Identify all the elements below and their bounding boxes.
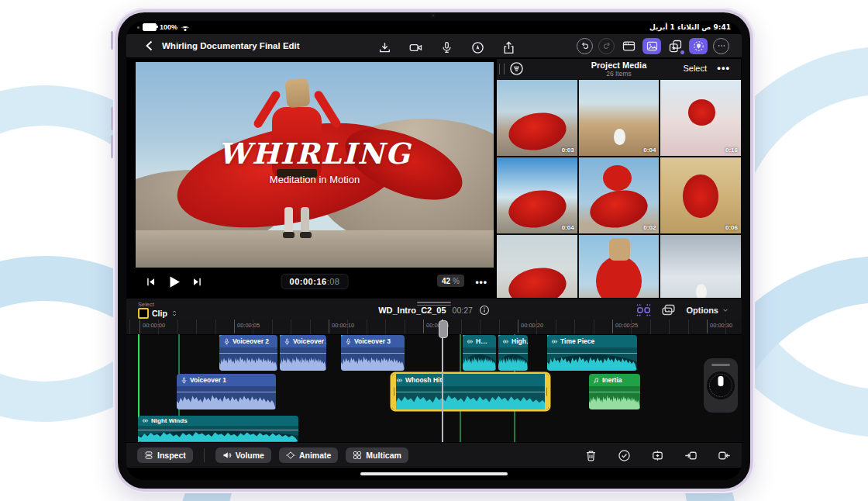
magnetic-timeline-icon[interactable] xyxy=(636,302,651,317)
media-thumbnail[interactable] xyxy=(579,235,660,298)
clip-header: Voiceover 2 xyxy=(219,335,277,347)
wave-icon xyxy=(467,338,474,345)
video-subtitle-overlay: Meditation in Motion xyxy=(136,174,494,185)
back-button[interactable] xyxy=(143,40,156,52)
inspect-button[interactable]: Inspect xyxy=(137,447,193,463)
playhead-handle[interactable] xyxy=(439,320,448,338)
thumb-dancer xyxy=(587,186,651,232)
mic-icon xyxy=(284,338,291,345)
timeline-clip[interactable]: Voiceover 1 xyxy=(177,374,276,409)
timeline-clip[interactable]: High… xyxy=(498,335,528,371)
dial-drag-handle[interactable] xyxy=(711,364,730,366)
timeline-clip[interactable]: Whoosh Hit xyxy=(392,374,549,409)
volume-line xyxy=(177,392,276,392)
multicam-button[interactable]: Multicam xyxy=(346,447,408,463)
wave-icon xyxy=(142,417,149,424)
overwrite-icon[interactable] xyxy=(718,449,731,462)
thumbnail-duration: 0:16 xyxy=(725,147,738,154)
media-thumbnail[interactable]: 0:03 xyxy=(497,80,577,156)
timeline-clip[interactable]: Time Piece xyxy=(547,335,637,371)
video-title-overlay: WHIRLING xyxy=(136,136,494,171)
volume-line xyxy=(589,392,640,392)
clip-header: Whoosh Hit xyxy=(392,374,549,386)
inspect-icon xyxy=(144,451,153,460)
media-thumbnail[interactable]: 0:06 xyxy=(660,157,741,233)
timeline-clip[interactable]: Voiceover 3 xyxy=(341,335,405,371)
media-thumbnail[interactable]: 0:16 xyxy=(660,80,741,156)
ruler-label: 00:00:20 xyxy=(521,322,543,329)
mic-icon[interactable] xyxy=(438,39,455,56)
media-thumbnail[interactable] xyxy=(660,235,741,298)
timeline-clip[interactable]: H… xyxy=(463,335,496,371)
wave-icon xyxy=(396,377,403,384)
more-icon[interactable] xyxy=(713,38,729,54)
top-toolbar: Whirling Documentary Final Edit xyxy=(126,34,742,58)
picture-in-picture-icon[interactable] xyxy=(661,302,676,317)
volume-icon xyxy=(222,451,232,460)
clip-waveform-area xyxy=(341,347,405,371)
timeline-clip[interactable]: Voiceover 2 xyxy=(280,335,326,371)
timeline: 00:00:0000:00:0500:00:1000:00:1500:00:20… xyxy=(126,320,742,442)
clip-header: Voiceover 1 xyxy=(177,374,276,386)
thumb-figure xyxy=(696,284,708,298)
waveform xyxy=(547,352,637,371)
trim-handle-left[interactable] xyxy=(392,374,396,409)
volume-button[interactable]: Volume xyxy=(215,447,271,463)
zoom-level-control[interactable]: 42% xyxy=(437,275,464,287)
volume-line xyxy=(392,392,549,392)
waveform xyxy=(463,352,496,371)
timeline-ruler[interactable]: 00:00:0000:00:0500:00:1000:00:1500:00:20… xyxy=(126,320,742,335)
animate-button[interactable]: Animate xyxy=(279,447,338,463)
status-bar: 100% 9:41 ص الثلاثاء 1 أبريل xyxy=(126,21,742,34)
media-thumbnail[interactable]: 0:04 xyxy=(497,157,577,233)
timeline-clip[interactable]: Inertia xyxy=(589,374,640,409)
skip-forward-button[interactable] xyxy=(191,276,203,288)
media-thumbnail[interactable] xyxy=(497,235,577,298)
timeline-clip[interactable]: Night Winds xyxy=(138,416,298,442)
media-thumbnail[interactable]: 0:02 xyxy=(579,157,660,233)
battery-icon xyxy=(143,23,157,31)
info-icon[interactable] xyxy=(479,305,490,316)
draw-icon[interactable] xyxy=(469,39,486,56)
transport-bar: 00:00:16:08 42% ••• xyxy=(136,268,494,298)
thumb-dancer xyxy=(683,174,718,219)
thumb-dancer xyxy=(505,186,569,232)
play-button[interactable] xyxy=(167,275,181,289)
timeline-clip[interactable]: Voiceover 2 xyxy=(219,335,277,371)
options-label: Options xyxy=(686,306,718,315)
redo-icon[interactable] xyxy=(598,38,615,54)
media-icon[interactable] xyxy=(642,38,661,54)
share-icon[interactable] xyxy=(500,39,517,56)
thumb-dancer xyxy=(596,256,641,298)
wave-icon xyxy=(551,338,558,345)
trim-handle-right[interactable] xyxy=(545,374,549,409)
insert-icon[interactable] xyxy=(684,449,698,462)
page-background: 100% 9:41 ص الثلاثاء 1 أبريل Whirling Do… xyxy=(0,0,868,501)
camera-icon[interactable] xyxy=(407,39,424,56)
approve-icon[interactable] xyxy=(618,449,631,462)
options-button[interactable]: Options xyxy=(686,306,729,315)
video-viewer[interactable]: WHIRLING Meditation in Motion xyxy=(136,62,494,268)
select-button[interactable]: Select xyxy=(683,64,707,73)
home-indicator[interactable] xyxy=(360,472,508,476)
media-thumbnail[interactable]: 0:04 xyxy=(579,80,660,156)
jog-dial[interactable] xyxy=(707,371,735,399)
timecode-display[interactable]: 00:00:16:08 xyxy=(281,274,349,289)
browser-icon[interactable] xyxy=(620,37,637,54)
import-icon[interactable] xyxy=(376,39,393,56)
ruler-label: 00:00:30 xyxy=(710,322,732,329)
volume-line xyxy=(547,353,637,354)
undo-icon[interactable] xyxy=(577,38,593,54)
thumb-figure xyxy=(614,129,625,146)
front-camera xyxy=(431,13,436,18)
trash-icon[interactable] xyxy=(584,449,598,462)
mask-icon[interactable] xyxy=(689,38,708,54)
ruler-label: 00:00:25 xyxy=(615,322,638,329)
clip-waveform-area xyxy=(138,426,298,442)
viewer-more-button[interactable]: ••• xyxy=(475,277,487,288)
thumbnail-duration: 0:06 xyxy=(725,224,738,231)
media-more-button[interactable]: ••• xyxy=(717,62,730,74)
skip-back-button[interactable] xyxy=(145,276,157,288)
effects-icon[interactable] xyxy=(666,37,684,54)
connect-icon[interactable] xyxy=(651,449,664,462)
